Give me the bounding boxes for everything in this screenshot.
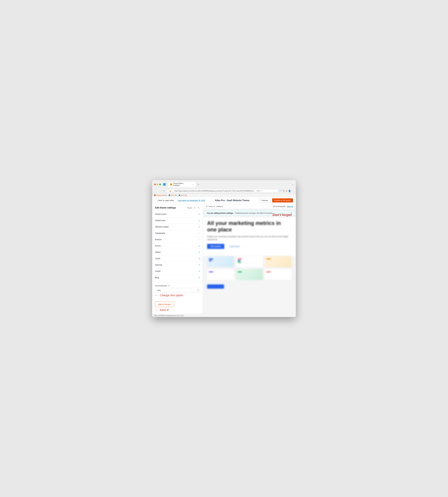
settings-label-footer: Footer	[155, 270, 161, 272]
mini-bar-3	[238, 258, 242, 260]
mini-bar-9	[266, 271, 271, 272]
fullscreen-traffic-light[interactable]	[159, 183, 161, 185]
edit-icon: ✎	[172, 190, 173, 192]
eye-icon: 👁	[206, 205, 208, 208]
view-on-left: 👁 View on: Home ▾	[206, 205, 223, 208]
settings-label-buttons: Buttons	[155, 238, 162, 241]
collapse-icon: «	[201, 258, 202, 260]
scroll-behavior-section: Scroll behavior ↻ * Auto Smooth Instant …	[152, 282, 203, 299]
view-on-dropdown[interactable]: Home ▾	[216, 205, 223, 208]
scroll-select-wrapper: Auto Smooth Instant ▾	[155, 288, 200, 293]
settings-item-website-header[interactable]: Website header ∨	[152, 224, 203, 230]
banner-bold-text: You are editing theme settings.	[207, 212, 234, 214]
undo-button[interactable]: ↺	[193, 206, 196, 209]
mini-bar-2	[209, 260, 212, 261]
tab-close-button[interactable]: ×	[192, 183, 194, 185]
change-option-annotation: ← Change this option	[155, 293, 200, 297]
dashboard-preview-grid	[203, 256, 296, 283]
bookmark-getting-started[interactable]: Getting Started	[154, 194, 167, 196]
settings-label-typography: Typography	[155, 232, 165, 234]
required-star: *	[170, 285, 171, 287]
settings-item-global-fonts[interactable]: Global fonts ∨	[152, 217, 203, 224]
refresh-icon: ↻	[168, 285, 170, 287]
refresh-button[interactable]: ↻	[163, 190, 165, 192]
settings-item-global-colors[interactable]: Global colors ∨	[152, 211, 203, 217]
dashboard-card-1	[207, 256, 234, 267]
chevron-down-icon-6: ∨	[198, 257, 200, 260]
dashboard-card-3	[265, 256, 292, 267]
forward-button[interactable]: ›	[159, 189, 162, 193]
sidebar: Edit theme settings Reset ↺ ↻ Global col…	[152, 204, 203, 314]
close-traffic-light[interactable]	[154, 183, 156, 185]
bookmark-favicon	[154, 195, 156, 196]
settings-item-tables[interactable]: Tables ∨	[152, 249, 203, 255]
view-on-bar: 👁 View on: Home ▾ 16 of 59 assets View a…	[203, 204, 296, 209]
bookmark-star[interactable]: ☆	[261, 190, 263, 192]
settings-item-buttons[interactable]: Buttons ›	[152, 236, 203, 243]
save-annotation-row: ← Save it!	[155, 308, 174, 312]
browser-titlebar: 🌐 Theme Editor | HubSpot × + ⌄	[152, 180, 296, 188]
settings-item-forms[interactable]: Forms ∨	[152, 243, 203, 249]
new-tab-button[interactable]: +	[197, 183, 200, 186]
apply-changes-section: Apply changes ← Save it!	[152, 299, 203, 314]
browser-chrome: 🌐 Theme Editor | HubSpot × + ⌄ ‹ › ↻ ⌂ 🔒…	[152, 180, 296, 197]
chevron-down-icon: ∨	[198, 213, 200, 215]
minimize-traffic-light[interactable]	[157, 183, 158, 185]
mini-bar-8	[238, 271, 242, 272]
settings-item-cards[interactable]: Cards ∨	[152, 255, 203, 262]
status-url: https://9230669.hubspotpreview-na1.com/#	[154, 315, 184, 316]
browser-tab-active[interactable]: Theme Editor | HubSpot ×	[168, 182, 196, 187]
chevron-right-icon: ›	[199, 232, 200, 234]
chevron-down-icon-9: ∨	[198, 276, 200, 279]
dashboard-card-6	[265, 269, 292, 280]
window-collapse-button[interactable]: ⌄	[292, 183, 294, 186]
last-saved: Last saved on September 30, 2022	[178, 199, 205, 201]
redo-button[interactable]: ↻	[197, 206, 200, 209]
scroll-behavior-select[interactable]: Auto Smooth Instant	[155, 288, 200, 293]
back-to-editor-button[interactable]: ‹ Back to page editor	[155, 198, 176, 203]
mini-bar-4	[238, 260, 240, 261]
bookmark-favicon-2	[169, 195, 170, 196]
settings-label-cards: Cards	[155, 257, 160, 260]
preview-button[interactable]: Preview	[259, 198, 270, 203]
bookmark-label: Getting Started	[156, 194, 167, 196]
scroll-behavior-label: Scroll behavior ↻ *	[155, 285, 200, 287]
left-arrow-icon: ←	[155, 293, 158, 297]
view-all-link[interactable]: View all	[287, 205, 293, 208]
sidebar-header: Edit theme settings Reset ↺ ↻	[152, 204, 203, 211]
chevron-down-view: ▾	[222, 205, 223, 208]
bookmark-new-tab-1[interactable]: New Tab	[169, 194, 177, 196]
settings-item-spacing[interactable]: Spacing ∨	[152, 262, 203, 268]
extensions-icon[interactable]: 🔧	[282, 190, 285, 192]
address-input[interactable]: ⌂ 🔒 ✎ https://app.hubspot.com/theme-edit…	[166, 189, 278, 193]
publish-button[interactable]: Publish to 59 assets	[272, 198, 293, 202]
lock-icon: 🔒	[169, 190, 171, 192]
settings-label-global-colors: Global colors	[155, 213, 167, 215]
dashboard-card-4	[207, 269, 234, 280]
apply-button-group: Apply changes ← Save it!	[155, 302, 174, 312]
settings-item-footer[interactable]: Footer ∨	[152, 268, 203, 274]
browser-window: 🌐 Theme Editor | HubSpot × + ⌄ ‹ › ↻ ⌂ 🔒…	[152, 180, 296, 317]
preview-subtext: Enable your marketing campaigns with pow…	[207, 235, 292, 241]
settings-label-tables: Tables	[155, 251, 161, 253]
back-button[interactable]: ‹	[154, 189, 158, 193]
settings-item-blog[interactable]: Blog ∨	[152, 274, 203, 281]
change-option-text: Change this option	[160, 294, 183, 297]
reset-button[interactable]: Reset	[187, 207, 192, 209]
zoom-level: 133%	[256, 190, 260, 192]
chevron-down-icon-3: ∨	[198, 226, 200, 228]
preview-primary-cta: Get started	[207, 244, 224, 249]
settings-item-typography[interactable]: Typography ›	[152, 230, 203, 236]
dashboard-card-2	[236, 256, 263, 267]
menu-icon[interactable]: ⋮	[292, 190, 294, 192]
bookmark-new-tab-2[interactable]: New Tab	[179, 194, 187, 196]
view-on-right: 16 of 59 assets View all	[273, 205, 293, 208]
bottom-preview	[203, 283, 296, 290]
settings-label-website-header: Website header	[155, 226, 169, 228]
settings-label-global-fonts: Global fonts	[155, 219, 166, 222]
apply-changes-button[interactable]: Apply changes	[155, 302, 174, 307]
collapse-sidebar-button[interactable]: «	[200, 256, 203, 262]
save-arrow-icon: ←	[155, 308, 158, 312]
shield-icon: 🛡	[279, 190, 281, 192]
status-bar: https://9230669.hubspotpreview-na1.com/#	[152, 314, 296, 317]
